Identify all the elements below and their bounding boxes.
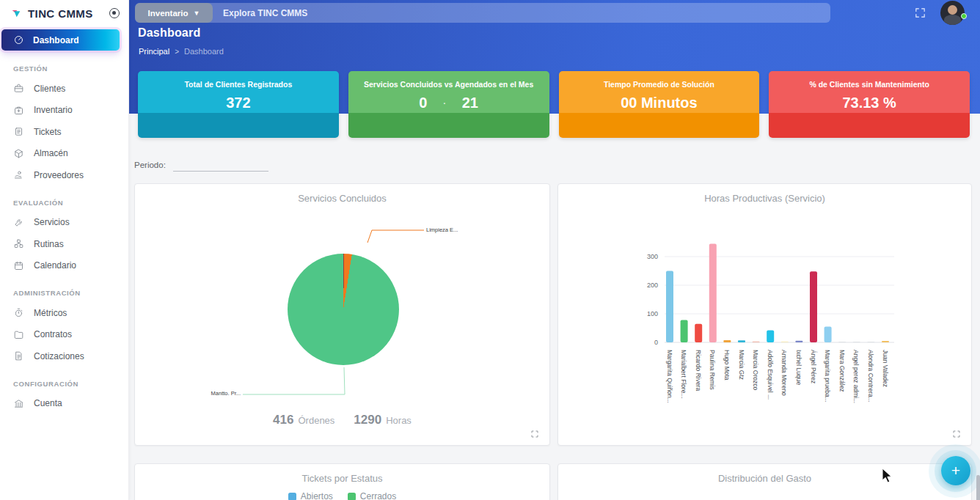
global-search-bar: Inventario ▼ bbox=[135, 3, 830, 23]
kpi-value: 73.13 % bbox=[769, 95, 970, 111]
sidebar-item-cotizaciones[interactable]: Cotizaciones bbox=[0, 345, 128, 367]
add-button[interactable]: + bbox=[941, 456, 970, 485]
kpi-value-part: 73.13 % bbox=[842, 95, 896, 111]
sidebar-item-label: Cuenta bbox=[34, 398, 62, 408]
kpi-card-tiempo-promedio-de-solucion: Tiempo Promedio de Solución00 Minutos bbox=[559, 71, 760, 138]
legend-item-abiertos[interactable]: Abiertos bbox=[288, 491, 333, 500]
search-context-dropdown[interactable]: Inventario ▼ bbox=[135, 3, 213, 23]
sidebar-item-cuenta[interactable]: Cuenta bbox=[0, 393, 128, 415]
svg-text:Marcia Gtz: Marcia Gtz bbox=[738, 350, 745, 380]
legend-swatch bbox=[348, 493, 356, 500]
search-input[interactable] bbox=[213, 3, 830, 23]
brand-logo-icon bbox=[10, 7, 22, 19]
sidebar-item-label: Rutinas bbox=[34, 239, 64, 249]
bar-chart-title: Horas Productivas (Servicio) bbox=[558, 184, 971, 204]
svg-text:Paulina Remis: Paulina Remis bbox=[709, 350, 716, 390]
user-status-dot bbox=[961, 13, 967, 19]
sidebar-item-clientes[interactable]: Clientes bbox=[0, 78, 128, 100]
svg-text:Amanda Moreno: Amanda Moreno bbox=[780, 350, 788, 396]
sidebar-item-label: Inventario bbox=[34, 105, 73, 115]
sidebar-item-calendario[interactable]: Calendario bbox=[0, 255, 128, 277]
legend-swatch bbox=[288, 493, 296, 500]
bottom-charts-row: Tickets por Estatus AbiertosCerrados Dis… bbox=[134, 463, 972, 500]
svg-text:100: 100 bbox=[647, 310, 658, 317]
sidebar-section-label-gestion: GESTIÓN bbox=[0, 52, 128, 78]
sidebar-item-label: Servicios bbox=[34, 217, 70, 227]
cubes-icon bbox=[13, 238, 24, 249]
sidebar-item-proveedores[interactable]: Proveedores bbox=[0, 164, 128, 186]
svg-text:Marcia Orozco: Marcia Orozco bbox=[752, 350, 759, 391]
svg-text:Marialbert Flore...: Marialbert Flore... bbox=[680, 350, 687, 399]
kpi-title: Total de Clientes Registrados bbox=[138, 71, 339, 89]
kit-icon bbox=[13, 105, 24, 116]
sidebar-item-dashboard-active[interactable]: Dashboard bbox=[1, 29, 120, 51]
hours-value: 1290 bbox=[354, 413, 381, 427]
legend-item-cerrados[interactable]: Cerrados bbox=[348, 491, 396, 500]
period-label: Periodo: bbox=[134, 161, 166, 172]
ticket-icon bbox=[13, 126, 24, 137]
svg-text:Mara González: Mara González bbox=[838, 350, 846, 392]
card-servicios-concluidos: Servicios Concluidos Limpieza E... Mantt… bbox=[134, 183, 550, 446]
expand-icon[interactable] bbox=[952, 428, 961, 437]
sidebar-item-label: Tickets bbox=[34, 127, 62, 137]
stopwatch-icon bbox=[13, 307, 24, 318]
fullscreen-icon[interactable] bbox=[914, 7, 926, 19]
kpi-value: 0·21 bbox=[348, 95, 549, 111]
expand-icon[interactable] bbox=[530, 428, 539, 437]
hours-label: Horas bbox=[386, 415, 412, 426]
pie-chart bbox=[288, 254, 399, 365]
orders-stat: 416 Órdenes bbox=[273, 413, 334, 427]
breadcrumb: Principal > Dashboard bbox=[139, 47, 224, 56]
sidebar-active-label: Dashboard bbox=[33, 35, 79, 45]
svg-text:Alondra Contrera...: Alondra Contrera... bbox=[867, 350, 874, 402]
scrollbar-thumb[interactable] bbox=[976, 475, 980, 500]
chevron-down-icon: ▼ bbox=[194, 10, 200, 17]
document-icon bbox=[13, 350, 24, 361]
calendar-icon bbox=[13, 260, 24, 271]
sidebar-item-rutinas[interactable]: Rutinas bbox=[0, 233, 128, 255]
user-avatar[interactable] bbox=[940, 1, 965, 25]
sidebar-item-tickets[interactable]: Tickets bbox=[0, 121, 128, 143]
logo-row: TINC CMMS bbox=[0, 0, 128, 26]
kpi-value-part: 00 Minutos bbox=[621, 95, 697, 111]
svg-text:200: 200 bbox=[647, 282, 658, 289]
sidebar-item-label: Calendario bbox=[34, 260, 76, 271]
kpi-value-part: · bbox=[443, 100, 445, 108]
kpi-card-total-de-clientes-registrados: Total de Clientes Registrados372 bbox=[138, 71, 339, 138]
sidebar-item-label: Clientes bbox=[34, 84, 65, 94]
pie-label-mantto: Mantto. Pr... bbox=[160, 390, 241, 397]
breadcrumb-root[interactable]: Principal bbox=[139, 47, 169, 56]
pie-stats: 416 Órdenes 1290 Horas bbox=[135, 413, 549, 427]
sidebar-item-inventario[interactable]: Inventario bbox=[0, 100, 128, 122]
sidebar-item-contratos[interactable]: Contratos bbox=[0, 324, 128, 346]
wrench-icon bbox=[13, 217, 24, 228]
orders-label: Órdenes bbox=[298, 415, 334, 426]
svg-text:Ángel Pérez: Ángel Pérez bbox=[810, 350, 817, 383]
gauge-icon bbox=[13, 34, 24, 45]
period-input[interactable] bbox=[173, 157, 268, 172]
orders-value: 416 bbox=[273, 413, 293, 427]
card-tickets-por-estatus: Tickets por Estatus AbiertosCerrados bbox=[134, 463, 550, 500]
sidebar-section-label-administracion: ADMINISTRACIÓN bbox=[0, 276, 128, 302]
kpi-value-part: 21 bbox=[462, 95, 478, 111]
kpi-value-part: 0 bbox=[419, 95, 427, 111]
svg-text:Hugo Mota: Hugo Mota bbox=[723, 350, 731, 380]
sidebar-item-metricos[interactable]: Métricos bbox=[0, 302, 128, 324]
avatar-head bbox=[948, 5, 957, 15]
legend-label: Abiertos bbox=[301, 491, 333, 500]
kpi-card-servicios-concluidos-vs-agenda: Servicios Concluidos vs Agendados en el … bbox=[348, 71, 549, 138]
sidebar-item-servicios[interactable]: Servicios bbox=[0, 212, 128, 234]
svg-text:300: 300 bbox=[647, 253, 658, 260]
breadcrumb-current: Dashboard bbox=[184, 47, 224, 56]
sidebar-item-almacen[interactable]: Almacén bbox=[0, 143, 128, 165]
tickets-legend: AbiertosCerrados bbox=[135, 491, 549, 500]
main-area: Inventario ▼ Dashboard Principal > Dashb… bbox=[129, 0, 980, 500]
charts-row: Servicios Concluidos Limpieza E... Mantt… bbox=[134, 183, 972, 446]
svg-text:0: 0 bbox=[654, 339, 658, 346]
svg-text:Margarita Quiñon...: Margarita Quiñon... bbox=[666, 350, 673, 403]
avatar-body bbox=[944, 15, 961, 25]
breadcrumb-separator-icon: > bbox=[175, 48, 179, 56]
kpi-title: Servicios Concluidos vs Agendados en el … bbox=[348, 71, 549, 89]
sidebar-pin-icon[interactable] bbox=[109, 8, 120, 18]
kpi-value: 372 bbox=[138, 95, 339, 111]
